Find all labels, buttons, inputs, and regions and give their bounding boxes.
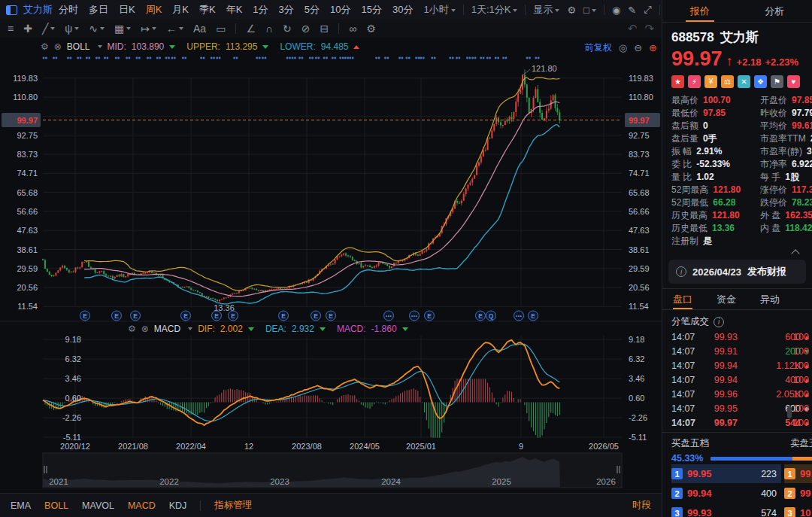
bid-row-2[interactable]: 299.94400299 xyxy=(671,484,781,503)
macd-dropdown-caret-icon[interactable] xyxy=(188,327,192,330)
balance-badge[interactable]: ⚖ xyxy=(721,75,734,88)
stat-label: 开盘价 xyxy=(760,95,787,105)
indicator-kdj[interactable]: KDJ xyxy=(169,500,187,511)
navigator-year-label: 2022 xyxy=(159,477,179,486)
tab-movements[interactable]: 异动 xyxy=(760,289,780,309)
ask-row-3[interactable]: 310 xyxy=(784,503,812,517)
drawbar-divider xyxy=(338,23,339,34)
chart-area: 119.83119.83110.80110.8092.7592.7583.738… xyxy=(0,38,662,493)
ask-row-2[interactable]: 299 xyxy=(784,484,812,503)
pitchfork-tool-icon[interactable]: ψ xyxy=(65,23,79,35)
ask-row-1[interactable]: 199 xyxy=(784,464,812,483)
timeframe-月K[interactable]: 月K xyxy=(172,3,189,17)
stat-label: 昨收价 xyxy=(760,108,787,118)
indicator-macd[interactable]: MACD xyxy=(128,500,156,511)
macd-close-icon[interactable]: ⊗ xyxy=(141,324,149,334)
macd-name[interactable]: MACD xyxy=(154,324,180,334)
indicator-boll[interactable]: BOLL xyxy=(44,500,68,511)
indicator-ema[interactable]: EMA xyxy=(11,500,31,511)
indicator-manage-button[interactable]: 指标管理 xyxy=(214,499,252,512)
arrow-tool-icon[interactable]: ← xyxy=(166,23,183,35)
tag-badge[interactable]: ❖ xyxy=(754,75,767,88)
scrollbar-thumb[interactable] xyxy=(787,406,792,418)
drawing-settings-icon[interactable]: ⚙ xyxy=(366,23,376,35)
bookmark-badge[interactable]: ⚑ xyxy=(771,75,783,88)
measure-tool-icon[interactable]: ↦ xyxy=(141,23,156,35)
hour-dropdown[interactable]: 1小时 xyxy=(423,3,455,17)
timeframe-5分[interactable]: 5分 xyxy=(304,3,320,17)
undo-icon[interactable]: ↶ xyxy=(628,22,638,35)
screenshot-icon[interactable]: ◉ xyxy=(612,5,620,16)
announcement-bar[interactable]: i 2026/04/23 发布财报 xyxy=(668,260,806,284)
pattern-tool-icon[interactable]: ▦ xyxy=(114,23,131,35)
chart-region: 艾力斯 分时多日日K周K月K季K年K1分3分5分10分15分30分 1小时1天:… xyxy=(0,0,662,517)
display-dropdown[interactable]: 显示 xyxy=(533,3,559,17)
zoom-out-icon[interactable]: ⊖ xyxy=(634,42,642,53)
sync-drawings-icon[interactable]: ↻ xyxy=(283,23,292,35)
redo-icon[interactable]: ↷ xyxy=(644,22,654,35)
bid-row-1[interactable]: 199.95223199 xyxy=(671,464,781,483)
layout-box-icon[interactable]: □ xyxy=(583,5,596,16)
favorite-badge[interactable]: ♥ xyxy=(787,75,800,88)
navigator-year-label: 2021 xyxy=(49,477,68,486)
timeframe-日K[interactable]: 日K xyxy=(119,3,135,17)
zoom-in-icon[interactable]: ⊕ xyxy=(649,42,657,53)
indicator-mavol[interactable]: MAVOL xyxy=(82,500,114,511)
timeframe-3分[interactable]: 3分 xyxy=(279,3,294,17)
timeframe-多日[interactable]: 多日 xyxy=(89,3,108,17)
chart-settings-icon[interactable]: ⚙ xyxy=(567,5,576,16)
magnet-tool-icon[interactable]: ∩ xyxy=(265,23,273,35)
tick-price-col2: 100 xyxy=(793,418,809,428)
timeframe-周K[interactable]: 周K xyxy=(146,3,162,17)
collapse-chevron-icon[interactable] xyxy=(791,249,799,257)
text-tool-icon[interactable]: Aa xyxy=(193,23,206,35)
tab-analysis[interactable]: 分析 xyxy=(738,0,812,22)
tab-funds[interactable]: 资金 xyxy=(717,289,736,309)
timeframe-15分[interactable]: 15分 xyxy=(362,3,382,17)
connect-badge[interactable]: ✕ xyxy=(738,75,750,88)
timeframe-季K[interactable]: 季K xyxy=(199,3,216,17)
macd-axis-label-left: -5.11 xyxy=(63,433,81,442)
timeframe-10分[interactable]: 10分 xyxy=(330,3,350,17)
compound-period-dropdown[interactable]: 1天:1分K xyxy=(471,3,518,17)
timeframe-分时[interactable]: 分时 xyxy=(59,3,78,17)
session-button[interactable]: 时段 xyxy=(632,499,651,512)
boll-dropdown-caret-icon[interactable] xyxy=(98,45,102,48)
trendline-tool-icon[interactable]: ╱ xyxy=(42,23,55,35)
tick-row: 14:0799.91200▼100 xyxy=(671,344,812,358)
symbol-tab[interactable]: 艾力斯 xyxy=(23,3,53,17)
boll-close-icon[interactable]: ⊗ xyxy=(54,41,62,52)
margin-badge[interactable]: ⚡ xyxy=(688,75,701,88)
finance-badge[interactable]: ¥ xyxy=(704,75,717,88)
compare-icon[interactable]: ∞ xyxy=(349,23,356,35)
crosshair-move-icon[interactable]: ✚ xyxy=(23,23,32,35)
macd-settings-icon[interactable]: ⚙ xyxy=(128,324,136,334)
high-annotation: 121.80 xyxy=(532,64,557,73)
comment-tool-icon[interactable]: ▭ xyxy=(216,23,226,35)
bid-row-3[interactable]: 399.93574310 xyxy=(671,503,781,517)
market-flag-badge[interactable]: ★ xyxy=(671,75,684,88)
timeframe-30分[interactable]: 30分 xyxy=(392,3,413,17)
delete-drawings-icon[interactable]: ⊟ xyxy=(320,23,329,35)
window-layout-icon[interactable] xyxy=(6,5,17,15)
chart-canvas[interactable]: 119.83119.83110.80110.8092.7592.7583.738… xyxy=(0,38,662,493)
boll-settings-icon[interactable]: ⚙ xyxy=(41,41,49,52)
target-icon[interactable]: ◎ xyxy=(619,42,627,53)
stat-label: 涨停价 xyxy=(760,184,787,195)
tick-price-col2: 100 xyxy=(793,332,809,342)
angle-tool-icon[interactable]: ∠ xyxy=(246,23,256,35)
draw-pencil-icon[interactable]: ✎ xyxy=(628,5,636,16)
drag-handle-icon[interactable]: ≡ xyxy=(8,23,14,35)
macd-axis-label-left: 0.60 xyxy=(65,394,81,403)
tick-info-icon[interactable]: i xyxy=(714,317,724,327)
timeframe-1分[interactable]: 1分 xyxy=(253,3,268,17)
hide-drawings-icon[interactable]: ⊘ xyxy=(301,23,311,35)
boll-name[interactable]: BOLL xyxy=(67,41,90,52)
fullscreen-icon[interactable]: ⤢ xyxy=(644,4,651,16)
tab-quote[interactable]: 报价 xyxy=(662,0,738,22)
timeframe-年K[interactable]: 年K xyxy=(226,3,243,17)
tick-volume: 544 xyxy=(738,418,801,428)
tab-order-book[interactable]: 盘口 xyxy=(673,289,692,309)
adjust-mode-button[interactable]: 前复权 xyxy=(585,41,612,54)
wave-tool-icon[interactable]: ∿ xyxy=(89,23,105,35)
